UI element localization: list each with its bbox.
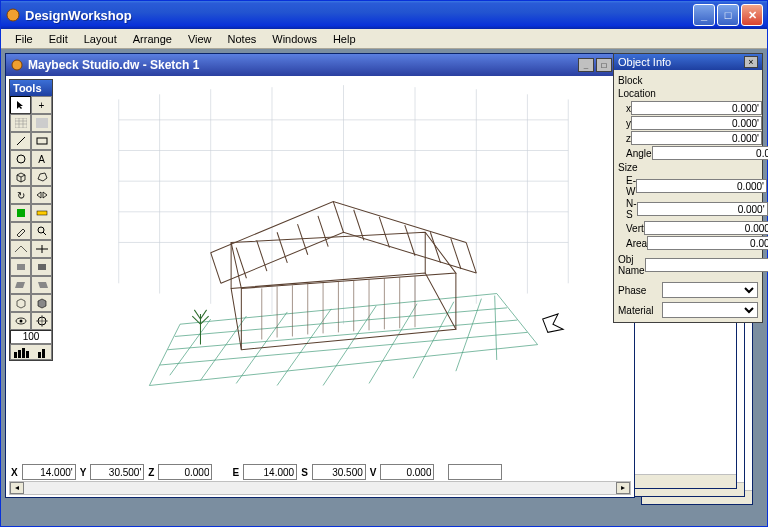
- object-info-panel[interactable]: Object Info × Block Location x y z Angle…: [613, 53, 763, 323]
- svg-line-72: [451, 238, 461, 269]
- object-info-titlebar[interactable]: Object Info ×: [614, 54, 762, 70]
- maximize-button[interactable]: □: [717, 4, 739, 26]
- tool-focal-length[interactable]: 100: [10, 330, 52, 344]
- objname-label: Obj Name: [618, 254, 645, 276]
- size-ew-input[interactable]: [636, 179, 767, 193]
- coord-y-input[interactable]: [90, 464, 144, 480]
- coord-e-input[interactable]: [243, 464, 297, 480]
- svg-rect-11: [17, 209, 25, 217]
- size-vert-input[interactable]: [644, 221, 768, 235]
- tool-target[interactable]: [31, 312, 52, 330]
- tool-view-iso2[interactable]: [31, 258, 52, 276]
- document-title: Maybeck Studio.dw - Sketch 1: [28, 58, 199, 72]
- coord-v-label: V: [368, 467, 379, 478]
- tool-view-iso1[interactable]: [10, 258, 31, 276]
- svg-line-87: [194, 310, 200, 319]
- menu-arrange[interactable]: Arrange: [125, 31, 180, 47]
- svg-line-60: [211, 253, 221, 284]
- doc-minimize-button[interactable]: _: [578, 58, 594, 72]
- tool-crosshair[interactable]: +: [31, 96, 52, 114]
- svg-line-69: [379, 217, 389, 248]
- coord-z-input[interactable]: [158, 464, 212, 480]
- svg-point-0: [7, 9, 19, 21]
- tools-palette[interactable]: Tools + A ↻: [9, 79, 53, 361]
- area-input[interactable]: [647, 236, 768, 250]
- tool-eye[interactable]: [10, 312, 31, 330]
- viewport-3d[interactable]: [56, 79, 631, 457]
- menu-view[interactable]: View: [180, 31, 220, 47]
- horizontal-scrollbar[interactable]: ◂ ▸: [9, 481, 631, 495]
- svg-line-52: [495, 296, 497, 360]
- coord-v-input[interactable]: [380, 464, 434, 480]
- tool-mirror[interactable]: [31, 186, 52, 204]
- object-info-close-button[interactable]: ×: [744, 56, 758, 68]
- angle-label: Angle: [618, 148, 652, 159]
- coord-s-input[interactable]: [312, 464, 366, 480]
- tool-measure[interactable]: [31, 204, 52, 222]
- scroll-right-button[interactable]: ▸: [616, 482, 630, 494]
- tool-view-top[interactable]: [31, 240, 52, 258]
- close-button[interactable]: ✕: [741, 4, 763, 26]
- loc-x-input[interactable]: [631, 101, 762, 115]
- doc-maximize-button[interactable]: □: [596, 58, 612, 72]
- tool-paint[interactable]: [10, 204, 31, 222]
- svg-line-44: [170, 319, 211, 375]
- svg-point-1: [12, 60, 22, 70]
- tool-box3d[interactable]: [10, 168, 31, 186]
- svg-line-55: [175, 308, 507, 337]
- menu-help[interactable]: Help: [325, 31, 364, 47]
- menu-notes[interactable]: Notes: [220, 31, 265, 47]
- angle-input[interactable]: [652, 146, 768, 160]
- size-ew-label: E-W: [618, 175, 636, 197]
- tool-line[interactable]: [10, 132, 31, 150]
- svg-rect-27: [26, 351, 29, 358]
- tool-zoom[interactable]: [31, 222, 52, 240]
- svg-rect-28: [38, 352, 41, 358]
- objname-input[interactable]: [645, 258, 768, 272]
- tool-view-iso3[interactable]: [10, 276, 31, 294]
- svg-line-71: [430, 232, 440, 263]
- tool-pattern[interactable]: [31, 114, 52, 132]
- loc-x-label: x: [618, 103, 631, 114]
- scroll-left-button[interactable]: ◂: [10, 482, 24, 494]
- loc-z-input[interactable]: [631, 131, 762, 145]
- size-ns-label: N-S: [618, 198, 637, 220]
- location-header: Location: [618, 88, 758, 99]
- svg-rect-7: [36, 118, 48, 128]
- tool-text[interactable]: A: [31, 150, 52, 168]
- coord-extra-input[interactable]: [448, 464, 502, 480]
- loc-y-input[interactable]: [631, 116, 762, 130]
- app-icon: [5, 7, 21, 23]
- menu-layout[interactable]: Layout: [76, 31, 125, 47]
- tool-elevation-bars[interactable]: [10, 344, 52, 360]
- menu-windows[interactable]: Windows: [264, 31, 325, 47]
- size-ns-input[interactable]: [637, 202, 768, 216]
- svg-line-45: [200, 316, 246, 380]
- svg-rect-18: [38, 264, 46, 270]
- document-window: Maybeck Studio.dw - Sketch 1 _ □ × Tools…: [5, 53, 635, 498]
- coord-x-input[interactable]: [22, 464, 76, 480]
- tool-eyedrop[interactable]: [10, 222, 31, 240]
- phase-select[interactable]: [662, 282, 758, 298]
- tool-poly3d[interactable]: [31, 168, 52, 186]
- tool-wireframe[interactable]: [10, 294, 31, 312]
- size-header: Size: [618, 162, 758, 173]
- svg-line-61: [333, 202, 343, 233]
- tool-view-persp[interactable]: [10, 240, 31, 258]
- tool-arrow[interactable]: [10, 96, 31, 114]
- svg-rect-25: [18, 350, 21, 358]
- tool-rotate[interactable]: ↻: [10, 186, 31, 204]
- coord-s-label: S: [299, 467, 310, 478]
- material-select[interactable]: [662, 302, 758, 318]
- area-label: Area: [618, 238, 647, 249]
- tool-view-iso4[interactable]: [31, 276, 52, 294]
- tool-rect[interactable]: [31, 132, 52, 150]
- menu-file[interactable]: File: [7, 31, 41, 47]
- menu-edit[interactable]: Edit: [41, 31, 76, 47]
- app-titlebar[interactable]: DesignWorkshop _ □ ✕: [1, 1, 767, 29]
- tool-grid[interactable]: [10, 114, 31, 132]
- tool-circle[interactable]: [10, 150, 31, 168]
- minimize-button[interactable]: _: [693, 4, 715, 26]
- document-titlebar[interactable]: Maybeck Studio.dw - Sketch 1 _ □ ×: [6, 54, 634, 76]
- tool-shaded[interactable]: [31, 294, 52, 312]
